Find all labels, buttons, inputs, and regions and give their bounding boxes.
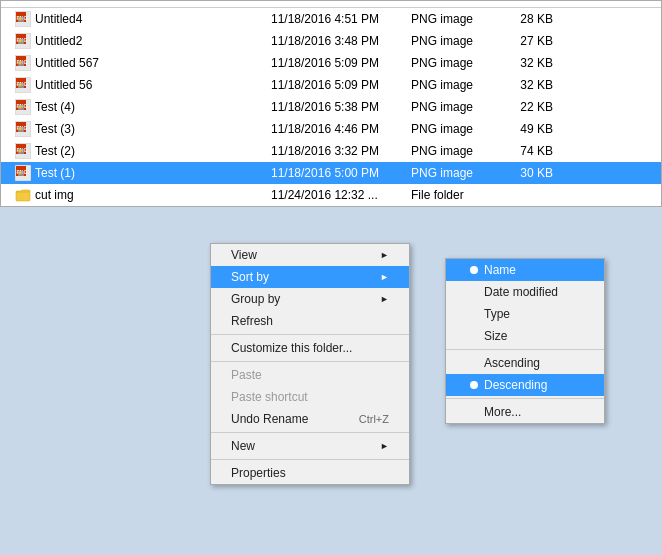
- png-icon: PNG: [15, 99, 31, 115]
- file-date-cell: 11/18/2016 4:51 PM: [271, 12, 411, 26]
- table-row[interactable]: PNG Untitled4 11/18/2016 4:51 PM PNG ima…: [1, 8, 661, 30]
- sort-submenu-item-descending[interactable]: Descending: [446, 374, 604, 396]
- file-type-cell: PNG image: [411, 166, 501, 180]
- file-name-label: Test (2): [35, 144, 75, 158]
- svg-point-14: [19, 62, 22, 65]
- file-list-header: [1, 1, 661, 8]
- submenu-separator: [446, 398, 604, 399]
- file-type-cell: PNG image: [411, 122, 501, 136]
- file-name-label: cut img: [35, 188, 74, 202]
- menu-item-label: Customize this folder...: [231, 341, 352, 355]
- menu-item-properties[interactable]: Properties: [211, 462, 409, 484]
- table-row[interactable]: PNG Test (4) 11/18/2016 5:38 PM PNG imag…: [1, 96, 661, 118]
- menu-item-label: View: [231, 248, 257, 262]
- submenu-separator: [446, 349, 604, 350]
- file-name-cell: PNG Test (2): [1, 143, 271, 159]
- menu-separator: [211, 432, 409, 433]
- sort-submenu-item-type[interactable]: Type: [446, 303, 604, 325]
- submenu-item-label: Name: [484, 263, 516, 277]
- file-size-cell: 49 KB: [501, 122, 561, 136]
- file-size-cell: 74 KB: [501, 144, 561, 158]
- sort-submenu-item-more---[interactable]: More...: [446, 401, 604, 423]
- context-menu: View►Sort by►Group by►RefreshCustomize t…: [210, 243, 410, 485]
- file-type-cell: File folder: [411, 188, 501, 202]
- radio-dot-icon: [470, 381, 478, 389]
- file-name-cell: PNG Untitled 56: [1, 77, 271, 93]
- menu-item-undo-rename[interactable]: Undo RenameCtrl+Z: [211, 408, 409, 430]
- file-name-cell: PNG Test (3): [1, 121, 271, 137]
- submenu-item-label: Descending: [484, 378, 547, 392]
- menu-item-label: Paste: [231, 368, 262, 382]
- table-row[interactable]: cut img 11/24/2016 12:32 ... File folder: [1, 184, 661, 206]
- menu-item-label: Properties: [231, 466, 286, 480]
- menu-item-label: Refresh: [231, 314, 273, 328]
- submenu-item-label: Size: [484, 329, 507, 343]
- file-type-cell: PNG image: [411, 144, 501, 158]
- table-row[interactable]: PNG Test (3) 11/18/2016 4:46 PM PNG imag…: [1, 118, 661, 140]
- menu-item-paste: Paste: [211, 364, 409, 386]
- sort-submenu-item-date-modified[interactable]: Date modified: [446, 281, 604, 303]
- menu-item-new[interactable]: New►: [211, 435, 409, 457]
- svg-point-24: [19, 106, 22, 109]
- menu-separator: [211, 459, 409, 460]
- table-row[interactable]: PNG Untitled 567 11/18/2016 5:09 PM PNG …: [1, 52, 661, 74]
- sort-submenu-item-ascending[interactable]: Ascending: [446, 352, 604, 374]
- png-icon: PNG: [15, 77, 31, 93]
- file-size-cell: 28 KB: [501, 12, 561, 26]
- file-type-cell: PNG image: [411, 78, 501, 92]
- menu-item-view[interactable]: View►: [211, 244, 409, 266]
- file-name-cell: PNG Untitled 567: [1, 55, 271, 71]
- file-name-cell: PNG Test (1): [1, 165, 271, 181]
- svg-point-29: [19, 128, 22, 131]
- file-date-cell: 11/18/2016 5:09 PM: [271, 56, 411, 70]
- menu-separator: [211, 334, 409, 335]
- radio-dot-icon: [470, 266, 478, 274]
- file-name-cell: PNG Untitled4: [1, 11, 271, 27]
- table-row[interactable]: PNG Test (1) 11/18/2016 5:00 PM PNG imag…: [1, 162, 661, 184]
- svg-point-19: [19, 84, 22, 87]
- file-name-label: Untitled 567: [35, 56, 99, 70]
- png-icon: PNG: [15, 33, 31, 49]
- menu-item-label: New: [231, 439, 255, 453]
- menu-item-sort-by[interactable]: Sort by►: [211, 266, 409, 288]
- submenu-item-label: More...: [484, 405, 521, 419]
- file-size-cell: 32 KB: [501, 56, 561, 70]
- file-name-label: Untitled 56: [35, 78, 92, 92]
- menu-item-label: Undo Rename: [231, 412, 308, 426]
- file-name-cell: PNG Untitled2: [1, 33, 271, 49]
- file-date-cell: 11/18/2016 5:38 PM: [271, 100, 411, 114]
- file-date-cell: 11/18/2016 5:09 PM: [271, 78, 411, 92]
- file-size-cell: 30 KB: [501, 166, 561, 180]
- submenu-arrow-icon: ►: [380, 441, 389, 451]
- table-row[interactable]: PNG Untitled 56 11/18/2016 5:09 PM PNG i…: [1, 74, 661, 96]
- table-row[interactable]: PNG Untitled2 11/18/2016 3:48 PM PNG ima…: [1, 30, 661, 52]
- png-icon: PNG: [15, 11, 31, 27]
- menu-item-refresh[interactable]: Refresh: [211, 310, 409, 332]
- png-icon: PNG: [15, 165, 31, 181]
- png-icon: PNG: [15, 143, 31, 159]
- folder-icon: [15, 187, 31, 203]
- file-date-cell: 11/18/2016 5:00 PM: [271, 166, 411, 180]
- menu-item-customize-this-folder---[interactable]: Customize this folder...: [211, 337, 409, 359]
- file-type-cell: PNG image: [411, 12, 501, 26]
- menu-item-label: Sort by: [231, 270, 269, 284]
- menu-item-paste-shortcut: Paste shortcut: [211, 386, 409, 408]
- file-size-cell: 32 KB: [501, 78, 561, 92]
- table-row[interactable]: PNG Test (2) 11/18/2016 3:32 PM PNG imag…: [1, 140, 661, 162]
- file-type-cell: PNG image: [411, 56, 501, 70]
- file-date-cell: 11/18/2016 3:48 PM: [271, 34, 411, 48]
- file-type-cell: PNG image: [411, 34, 501, 48]
- file-name-label: Test (3): [35, 122, 75, 136]
- file-date-cell: 11/18/2016 3:32 PM: [271, 144, 411, 158]
- menu-separator: [211, 361, 409, 362]
- sort-submenu-item-name[interactable]: Name: [446, 259, 604, 281]
- submenu-item-label: Type: [484, 307, 510, 321]
- file-size-cell: 22 KB: [501, 100, 561, 114]
- file-name-cell: cut img: [1, 187, 271, 203]
- menu-item-group-by[interactable]: Group by►: [211, 288, 409, 310]
- submenu-arrow-icon: ►: [380, 294, 389, 304]
- sort-submenu-item-size[interactable]: Size: [446, 325, 604, 347]
- menu-item-label: Paste shortcut: [231, 390, 308, 404]
- file-size-cell: 27 KB: [501, 34, 561, 48]
- svg-point-4: [19, 18, 22, 21]
